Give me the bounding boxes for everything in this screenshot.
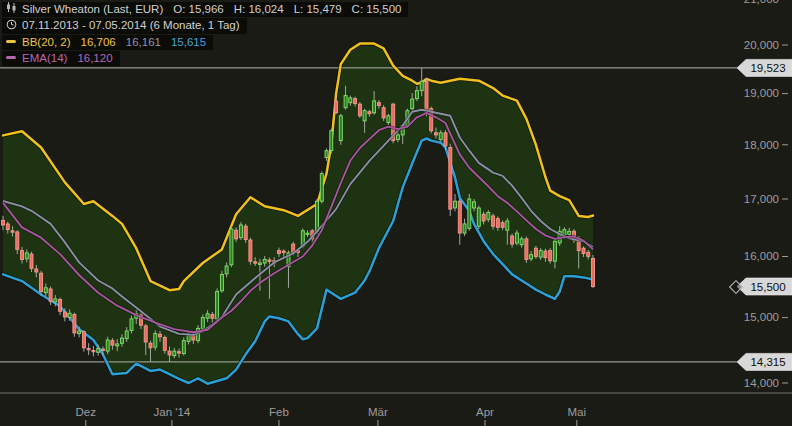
x-axis-label: Mär [368, 406, 388, 418]
candle-body [101, 349, 104, 350]
candle-body [501, 223, 504, 228]
candle-body [235, 230, 238, 239]
candle-body [368, 112, 371, 114]
indicator-row-ema[interactable]: EMA(14)16,120 [2, 51, 120, 66]
candle-body [444, 133, 447, 146]
candle-body [225, 266, 228, 274]
ema-legend-dash-icon [6, 56, 16, 59]
candle-body [320, 174, 323, 202]
candle-body [149, 343, 152, 348]
candle-body [106, 340, 109, 351]
candle-body [68, 313, 71, 317]
candle-body [49, 289, 52, 301]
candle-body [268, 260, 271, 261]
candle-body [515, 233, 518, 243]
candle-body [382, 108, 385, 118]
candle-body [254, 262, 257, 263]
candle-body [282, 251, 285, 252]
y-axis-label: 20,000 [744, 39, 779, 51]
candle-body [258, 263, 261, 264]
candle-body [249, 240, 252, 261]
x-axis-label: Dez [76, 406, 97, 418]
candle-body [116, 344, 119, 346]
candle-body [435, 133, 438, 135]
candle-body [349, 98, 352, 103]
candle-body [59, 300, 62, 312]
instrument-row[interactable]: Silver Wheaton (Last, EUR)O: 15,966H: 16… [2, 2, 408, 17]
candle-body [549, 251, 552, 261]
period-row[interactable]: 07.11.2013 - 07.05.2014 (6 Monate, 1 Tag… [2, 18, 247, 33]
candle-body [82, 332, 85, 348]
candle-body [477, 208, 480, 226]
candle-body [73, 315, 76, 333]
close-value: C: 15,500 [352, 3, 402, 15]
candle-body [30, 254, 33, 268]
candle-body [592, 259, 595, 287]
candle-body [16, 232, 19, 250]
candle-body [201, 318, 204, 329]
y-axis-label: 15,000 [744, 311, 779, 323]
candle-body [230, 229, 233, 265]
candle-body [130, 319, 133, 331]
candle-body [473, 202, 476, 208]
candle-body [244, 226, 247, 239]
candle-body [496, 219, 499, 228]
candle-body [439, 133, 442, 140]
y-axis-label: 14,000 [744, 377, 779, 389]
candle-body [335, 101, 338, 113]
candle-body [373, 101, 376, 113]
candle-body [568, 231, 571, 234]
candle-body [159, 334, 162, 337]
x-axis-label: Mai [568, 406, 587, 418]
candle-body [263, 259, 266, 263]
candle-body [154, 334, 157, 348]
candle-body [377, 103, 380, 106]
candle-body [325, 151, 328, 158]
chart-legend: Silver Wheaton (Last, EUR)O: 15,966H: 16… [2, 2, 408, 67]
candle-body [520, 239, 523, 245]
candle-body [511, 236, 514, 244]
candle-body [78, 331, 81, 334]
candle-body [6, 224, 9, 230]
y-axis-label: 21,000 [744, 0, 779, 5]
candle-body [168, 351, 171, 355]
candle-body [534, 248, 537, 256]
candle-body [530, 255, 533, 259]
candle-body [111, 341, 114, 346]
x-axis-label: Apr [476, 406, 494, 418]
date-range: 07.11.2013 - 07.05.2014 (6 Monate, 1 Tag… [22, 19, 240, 31]
price-badge-label: 19,523 [750, 62, 785, 74]
candle-body [587, 252, 590, 256]
y-axis-label: 16,000 [744, 250, 779, 262]
candle-body [173, 351, 176, 356]
candle-body [553, 241, 556, 261]
ema-label: EMA(14) [22, 52, 67, 64]
candle-body [35, 269, 38, 272]
candle-body [44, 288, 47, 293]
price-badge-label: 15,500 [750, 281, 785, 293]
candle-body [163, 337, 166, 350]
chart-window: DezJan '14FebMärAprMai21,00020,00019,000… [0, 0, 792, 426]
candle-body [363, 111, 366, 121]
candle-body [220, 274, 223, 290]
y-axis-label: 19,000 [744, 87, 779, 99]
bb-upper-value: 16,706 [81, 36, 116, 48]
candle-body [121, 338, 124, 343]
candle-body [487, 213, 490, 220]
candle-body [144, 326, 147, 342]
bb-lower-value: 15,615 [171, 36, 206, 48]
candle-body [306, 233, 309, 234]
candle-body [420, 81, 423, 90]
bb-legend-dash-icon [6, 40, 16, 43]
candle-body [525, 239, 528, 260]
open-value: O: 15,966 [173, 3, 224, 15]
high-value: H: 16,024 [234, 3, 284, 15]
candle-body [354, 99, 357, 104]
candle-body [387, 116, 390, 123]
candle-body [316, 201, 319, 231]
candle-body [415, 91, 418, 99]
candle-body [182, 341, 185, 354]
indicator-row-bb[interactable]: BB(20, 2)16,70616,16115,615 [2, 35, 213, 50]
candle-body [339, 116, 342, 141]
candle-body [330, 131, 333, 151]
